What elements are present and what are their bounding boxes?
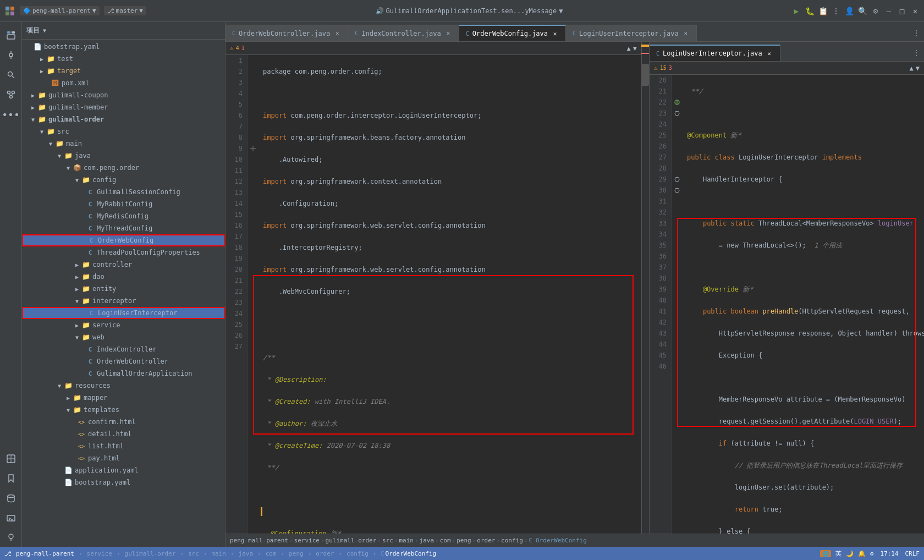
tab-index-controller[interactable]: C IndexController.java ✕ (348, 25, 459, 41)
settings-button[interactable]: ⚙ (871, 7, 880, 15)
breadcrumb-item[interactable]: main (399, 537, 414, 544)
tab-more-button[interactable]: ⋮ (909, 25, 924, 41)
breadcrumb-item-active[interactable]: C OrderWebConfig (529, 537, 586, 544)
sidebar-icon-terminal[interactable] (2, 509, 20, 527)
tree-item-bootstrap-yaml[interactable]: 📄 bootstrap.yaml (22, 476, 225, 488)
status-divider3: › (180, 550, 184, 557)
tree-item-pay-html[interactable]: <> pay.html (22, 452, 225, 464)
right-tab-more-button[interactable]: ⋮ (909, 45, 924, 61)
tab-close-button[interactable]: ✕ (766, 50, 773, 57)
java-class-icon: C (86, 345, 95, 354)
tree-item-order-web-controller[interactable]: C OrderWebController (22, 355, 225, 367)
tab-close-button[interactable]: ✕ (444, 30, 452, 37)
code-lines-right[interactable]: **/ @Component 新* public class LoginUser… (683, 75, 924, 534)
breadcrumb-item[interactable]: com (440, 537, 451, 544)
breadcrumb-item[interactable]: order (477, 537, 495, 544)
code-lines-left[interactable]: package com.peng.order.config; import co… (258, 55, 641, 534)
folder-icon: 📁 (46, 127, 55, 136)
folder-icon: 📁 (37, 91, 46, 100)
menu-button[interactable]: ⋮ (832, 7, 840, 15)
tree-item-list-html[interactable]: <> list.html (22, 440, 225, 452)
tree-item-detail-html[interactable]: <> detail.html (22, 428, 225, 440)
right-expand-icon[interactable]: ▲ (910, 64, 914, 72)
sidebar-icon-bookmarks[interactable] (2, 470, 20, 487)
tree-item-config[interactable]: ▼ 📁 config (22, 174, 225, 186)
project-name-tag[interactable]: 🔷 peng-mall-parent ▼ (20, 6, 100, 15)
debug-button[interactable]: 🐛 (805, 7, 814, 15)
tree-item-service[interactable]: ▶ 📁 service (22, 319, 225, 331)
sidebar-icon-commits[interactable] (2, 46, 20, 64)
breadcrumb-item[interactable]: gulimall-order (326, 537, 377, 544)
tree-item-member[interactable]: ▶ 📁 gulimall-member (22, 101, 225, 113)
tree-item-main-class[interactable]: C GulimallOrderApplication (22, 367, 225, 380)
tree-item-main[interactable]: ▼ 📁 main (22, 138, 225, 150)
tab-order-web-controller[interactable]: C OrderWebController.java ✕ (226, 25, 348, 41)
tree-item-web[interactable]: ▼ 📁 web (22, 331, 225, 343)
coverage-button[interactable]: 📋 (818, 7, 827, 15)
tab-order-web-config[interactable]: C OrderWebConfig.java ✕ (459, 25, 566, 41)
breadcrumb-item[interactable]: java (420, 537, 435, 544)
tree-content[interactable]: 📄 bootstrap.yaml ▶ 📁 test ▶ 📁 target 🅼 p… (22, 40, 225, 547)
status-com: com (266, 550, 277, 557)
status-branch[interactable]: peng-mall-parent (16, 550, 74, 557)
tab-login-user-interceptor[interactable]: C LoginUserInterceptor.java ✕ (566, 25, 697, 41)
breadcrumb-item[interactable]: src (382, 537, 393, 544)
search-button[interactable]: 🔍 (858, 7, 867, 15)
editor-toolbar-right: ⚠ 15 3 ▲ ▼ (650, 62, 924, 75)
tree-item-confirm-html[interactable]: <> confirm.html (22, 416, 225, 428)
tree-item-target[interactable]: ▶ 📁 target (22, 65, 225, 77)
tree-item-thread-config[interactable]: C MyThreadConfig (22, 222, 225, 234)
tree-item-order[interactable]: ▼ 📁 gulimall-order (22, 113, 225, 125)
tree-item-bootstrap-yaml-root[interactable]: 📄 bootstrap.yaml (22, 41, 225, 53)
sidebar-icon-more[interactable]: ••• (2, 106, 20, 123)
tree-item-src[interactable]: ▼ 📁 src (22, 125, 225, 138)
tree-item-controller[interactable]: ▶ 📁 controller (22, 259, 225, 271)
tab-close-button[interactable]: ✕ (551, 30, 559, 37)
tree-item-java[interactable]: ▼ 📁 java (22, 150, 225, 162)
profile-button[interactable]: 👤 (845, 7, 854, 15)
tab-close-button[interactable]: ✕ (333, 30, 341, 37)
tree-item-index-controller[interactable]: C IndexController (22, 343, 225, 355)
tree-item-login-user-interceptor[interactable]: C LoginUserInterceptor (22, 307, 225, 319)
svg-point-24 (9, 534, 13, 539)
tree-item-session-config[interactable]: C GulimallSessionConfig (22, 186, 225, 198)
tree-item-threadpool-config[interactable]: C ThreadPoolConfigProperties (22, 246, 225, 259)
breadcrumb-item[interactable]: service (294, 537, 320, 544)
tree-item-mapper[interactable]: ▶ 📁 mapper (22, 392, 225, 404)
maximize-button[interactable]: □ (898, 7, 906, 15)
breadcrumb-item[interactable]: config (501, 537, 523, 544)
sidebar-icon-project[interactable] (2, 26, 20, 44)
sidebar-icon-notifications[interactable] (2, 529, 20, 547)
code-content-left[interactable]: 12345 678910 1112131415 1617181920 21222… (226, 55, 641, 534)
sidebar-icon-git[interactable] (2, 86, 20, 103)
tree-item-entity[interactable]: ▶ 📁 entity (22, 283, 225, 295)
tree-item-test[interactable]: ▶ 📁 test (22, 53, 225, 65)
breadcrumb-item[interactable]: peng-mall-parent (230, 537, 288, 544)
tree-item-rabbit-config[interactable]: C MyRabbitConfig (22, 198, 225, 210)
collapse-icon[interactable]: ▼ (633, 45, 637, 52)
sidebar-icon-database[interactable] (2, 490, 20, 507)
tree-item-interceptor[interactable]: ▼ 📁 interceptor (22, 295, 225, 307)
left-scrollbar[interactable] (641, 42, 649, 534)
sidebar-icon-search[interactable] (2, 66, 20, 84)
tree-item-resources[interactable]: ▼ 📁 resources (22, 380, 225, 392)
sidebar-icon-run[interactable] (2, 450, 20, 468)
breadcrumb-item[interactable]: peng (457, 537, 471, 544)
tree-item-templates[interactable]: ▼ 📁 templates (22, 404, 225, 416)
right-collapse-icon[interactable]: ▼ (916, 64, 920, 72)
tree-item-order-web-config[interactable]: C OrderWebConfig (22, 234, 225, 246)
run-button[interactable]: ▶ (792, 7, 801, 15)
expand-icon[interactable]: ▲ (627, 45, 631, 52)
tree-item-redis-config[interactable]: C MyRedisConfig (22, 210, 225, 222)
tree-item-coupon[interactable]: ▶ 📁 gulimall-coupon (22, 89, 225, 101)
tree-item-pom-xml[interactable]: 🅼 pom.xml (22, 77, 225, 89)
tree-item-package[interactable]: ▼ 📦 com.peng.order (22, 162, 225, 174)
minimize-button[interactable]: — (884, 7, 893, 15)
tab-close-button[interactable]: ✕ (682, 30, 690, 37)
branch-tag[interactable]: ⎇ master ▼ (104, 6, 146, 15)
code-content-right[interactable]: 2021222324 2526272829 3031323334 3536373… (650, 75, 924, 534)
tree-item-dao[interactable]: ▶ 📁 dao (22, 271, 225, 283)
tree-item-application-yaml[interactable]: 📄 application.yaml (22, 464, 225, 476)
close-button[interactable]: ✕ (911, 7, 920, 15)
tab-login-user-interceptor-right[interactable]: C LoginUserInterceptor.java ✕ (650, 45, 780, 61)
